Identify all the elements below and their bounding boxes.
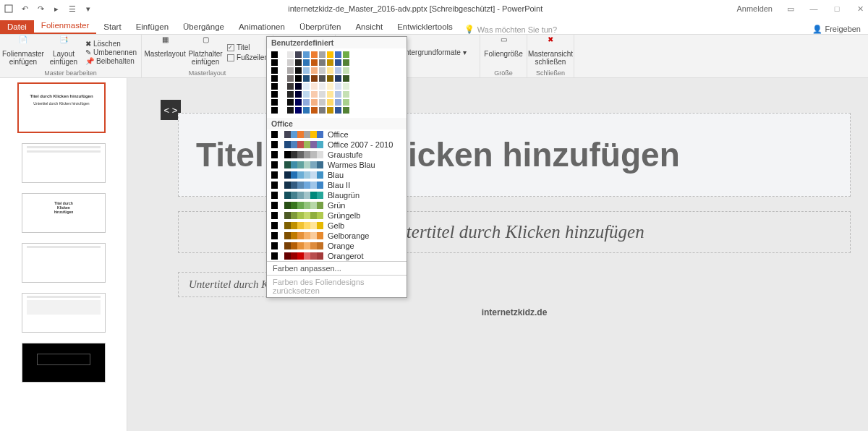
- quick-access-toolbar: ↶ ↷ ▸ ☰ ▾: [3, 3, 94, 14]
- touch-mode-icon[interactable]: ☰: [67, 3, 78, 14]
- ribbon-tabs: Datei Folienmaster Start Einfügen Übergä…: [0, 17, 868, 35]
- customize-colors-item[interactable]: Farben anpassen...: [267, 261, 407, 275]
- close-master-button[interactable]: ✖Masteransicht schließen: [532, 36, 569, 69]
- thumb-title: Titel durch Klicken hinzufügen: [19, 94, 104, 98]
- color-scheme-item[interactable]: Gelb: [267, 221, 407, 231]
- color-scheme-item[interactable]: Office 2007 - 2010: [267, 140, 407, 150]
- rename-button[interactable]: ✎Umbenennen: [85, 48, 137, 56]
- masterlayout-label: Masterlayout: [144, 51, 185, 59]
- delete-button[interactable]: ✖Löschen: [85, 40, 137, 48]
- scheme-label: Blau II: [328, 181, 350, 189]
- share-label: Freigeben: [825, 25, 861, 33]
- custom-swatches[interactable]: [267, 48, 407, 118]
- workspace: Titel durch Klicken hinzufügen Untertite…: [0, 78, 868, 431]
- title-bar: ↶ ↷ ▸ ☰ ▾ internetzkidz-de_Master_2016-a…: [0, 0, 868, 17]
- tab-view[interactable]: Ansicht: [348, 20, 390, 34]
- minimize-icon[interactable]: —: [809, 4, 819, 14]
- ribbon: 📄Folienmaster einfügen 📑Layout einfügen …: [0, 35, 868, 78]
- preserve-button[interactable]: 📌Beibehalten: [85, 57, 137, 65]
- undo-icon[interactable]: ↶: [19, 3, 30, 14]
- layout-thumbnail[interactable]: [22, 343, 106, 383]
- tab-review[interactable]: Überprüfen: [292, 20, 349, 34]
- tab-animations[interactable]: Animationen: [231, 20, 292, 34]
- scheme-label: Blaugrün: [328, 191, 359, 200]
- scheme-label: Grün: [328, 201, 345, 210]
- color-scheme-item[interactable]: Warmes Blau: [267, 160, 407, 170]
- tab-transitions[interactable]: Übergänge: [176, 20, 231, 34]
- color-scheme-item[interactable]: Orange: [267, 241, 407, 251]
- scheme-label: Orangerot: [328, 252, 364, 260]
- delete-label: Löschen: [93, 40, 121, 48]
- scheme-label: Blau: [328, 171, 344, 179]
- tab-file[interactable]: Datei: [0, 20, 34, 34]
- color-scheme-item[interactable]: Grün: [267, 200, 407, 210]
- title-checkbox[interactable]: Titel: [227, 43, 268, 51]
- chevron-down-icon: ▾: [463, 48, 467, 56]
- tab-start[interactable]: Start: [96, 20, 128, 34]
- color-scheme-item[interactable]: Blau II: [267, 180, 407, 190]
- share-icon: 👤: [812, 25, 822, 33]
- color-scheme-item[interactable]: Blaugrün: [267, 190, 407, 200]
- tab-insert[interactable]: Einfügen: [129, 20, 176, 34]
- scheme-label: Office 2007 - 2010: [328, 140, 393, 149]
- group-edit-master-label: Master bearbeiten: [4, 69, 137, 77]
- insert-layout-button[interactable]: 📑Layout einfügen: [45, 36, 82, 69]
- color-scheme-item[interactable]: Office: [267, 129, 407, 140]
- start-from-beginning-icon[interactable]: ▸: [51, 3, 62, 14]
- save-icon[interactable]: [3, 3, 14, 14]
- masterlayout-button[interactable]: ▦Masterlayout: [146, 36, 184, 69]
- share-button[interactable]: 👤 Freigeben: [812, 25, 868, 34]
- preserve-label: Beibehalten: [96, 57, 135, 65]
- layout-thumbnail[interactable]: [22, 293, 106, 333]
- color-scheme-item[interactable]: Graustufe: [267, 150, 407, 160]
- reset-colors-item: Farben des Foliendesigns zurücksetzen: [267, 275, 407, 297]
- insert-slidemaster-button[interactable]: 📄Folienmaster einfügen: [4, 36, 42, 69]
- tab-developer[interactable]: Entwicklertools: [390, 20, 460, 34]
- lightbulb-icon: 💡: [464, 25, 475, 34]
- slide-canvas[interactable]: < > Titel durch Klicken hinzufügen Unter…: [127, 78, 868, 431]
- checkbox-icon: [227, 54, 234, 61]
- tell-me-search[interactable]: 💡 Was möchten Sie tun?: [464, 25, 557, 34]
- slide-size-label: Foliengröße: [484, 51, 522, 59]
- footers-check-label: Fußzeilen: [237, 54, 268, 61]
- scheme-label: Grüngelb: [328, 211, 360, 220]
- checkbox-icon: [227, 44, 234, 51]
- scheme-list: OfficeOffice 2007 - 2010GraustufeWarmes …: [267, 129, 407, 261]
- signin-link[interactable]: Anmelden: [736, 4, 773, 13]
- insert-placeholder-button[interactable]: ▢Platzhalter einfügen: [187, 36, 224, 69]
- slide-thumbnails-panel[interactable]: Titel durch Klicken hinzufügen Untertite…: [0, 78, 127, 431]
- color-scheme-item[interactable]: Grüngelb: [267, 210, 407, 221]
- qat-more-icon[interactable]: ▾: [82, 3, 94, 14]
- footers-checkbox[interactable]: Fußzeilen: [227, 54, 268, 61]
- scheme-label: Gelborange: [328, 231, 370, 240]
- layout-thumbnail[interactable]: Titel durchKlickenhinzufügen: [22, 193, 106, 233]
- rename-label: Umbenennen: [93, 48, 137, 56]
- color-scheme-item[interactable]: Gelborange: [267, 231, 407, 241]
- scheme-label: Orange: [328, 242, 354, 250]
- color-scheme-item[interactable]: Orangerot: [267, 251, 407, 261]
- master-thumbnail[interactable]: Titel durch Klicken hinzufügen Untertite…: [17, 82, 106, 133]
- slide-size-button[interactable]: ▭Foliengröße: [485, 36, 522, 69]
- close-icon[interactable]: ✕: [855, 4, 865, 14]
- thumb-sub: Untertitel durch Klicken hinzufügen: [19, 101, 104, 106]
- group-close-label: Schließen: [532, 69, 569, 77]
- layout-thumbnail[interactable]: [22, 143, 106, 183]
- scheme-label: Office: [328, 130, 349, 139]
- insert-placeholder-label: Platzhalter einfügen: [187, 51, 224, 66]
- delete-icon: ✖: [85, 40, 91, 48]
- tab-slidemaster[interactable]: Folienmaster: [34, 19, 96, 34]
- layout-thumbnail[interactable]: [22, 243, 106, 283]
- svg-rect-0: [5, 5, 12, 12]
- window-title: internetzkidz-de_Master_2016-adv.pptx [S…: [94, 4, 736, 13]
- scheme-label: Gelb: [328, 221, 344, 230]
- rename-icon: ✎: [85, 48, 91, 56]
- scheme-label: Graustufe: [328, 150, 362, 159]
- color-scheme-item[interactable]: Blau: [267, 170, 407, 180]
- footer-text: internetzkidz.de: [178, 307, 851, 317]
- redo-icon[interactable]: ↷: [35, 3, 46, 14]
- close-master-label: Masteransicht schließen: [528, 51, 573, 66]
- preserve-icon: 📌: [85, 57, 94, 65]
- maximize-icon[interactable]: □: [832, 4, 842, 14]
- colors-dropdown: Benutzerdefiniert Office OfficeOffice 20…: [266, 36, 407, 298]
- ribbon-options-icon[interactable]: ▭: [786, 4, 796, 14]
